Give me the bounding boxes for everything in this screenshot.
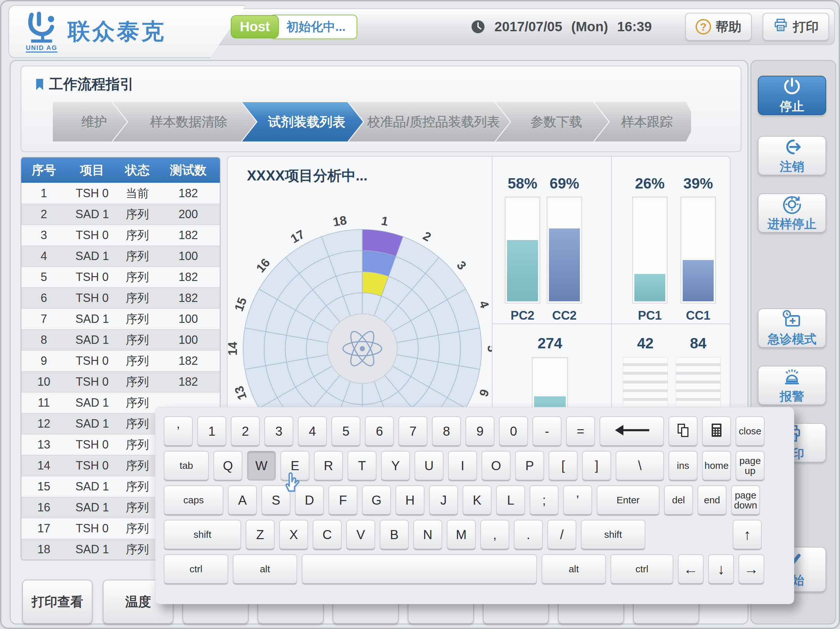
key-ctrl-left[interactable]: ctrl [164,554,228,584]
key-equals[interactable]: = [566,416,595,446]
key-arrow-left[interactable]: ← [678,554,704,584]
key-t[interactable]: T [347,451,376,481]
key-g[interactable]: G [362,485,391,515]
key-calculator[interactable] [702,416,731,446]
key-quote[interactable]: ’ [563,485,592,515]
key-del[interactable]: del [664,485,693,515]
key-ctrl-right[interactable]: ctrl [611,554,673,584]
alarm-button[interactable]: 报警 [758,366,826,405]
key-enter[interactable]: Enter [597,485,660,515]
key-bracket-right[interactable]: ] [582,451,611,481]
key-caps[interactable]: caps [164,485,223,515]
key-home[interactable]: home [702,451,731,481]
key-2[interactable]: 2 [231,416,260,446]
sampler-stop-button[interactable]: 进样停止 [758,193,826,233]
key-l[interactable]: L [496,485,525,515]
key-o[interactable]: O [482,451,511,481]
bookmark-icon [35,79,44,90]
table-row[interactable]: 5TSH 0序列182 [21,266,220,287]
key-0[interactable]: 0 [499,416,528,446]
key-backtick[interactable]: ’ [164,416,193,446]
key-y[interactable]: Y [381,451,410,481]
tab-cal-qc-load-list[interactable]: 校准品/质控品装载列表 [349,102,510,142]
key-7[interactable]: 7 [398,416,428,446]
key-window-switch[interactable] [668,416,698,446]
key-shift-left[interactable]: shift [164,520,241,549]
key-9[interactable]: 9 [466,416,494,446]
table-row[interactable]: 4SAD 1序列100 [21,246,220,266]
key-8[interactable]: 8 [432,416,461,446]
key-k[interactable]: K [463,485,491,515]
key-j[interactable]: J [429,485,458,515]
key-comma[interactable]: , [480,520,509,549]
key-slash[interactable]: / [547,520,576,549]
tab-reagent-load-list[interactable]: 试剂装载列表 [242,102,363,142]
key-m[interactable]: M [447,520,476,549]
key-bracket-left[interactable]: [ [549,451,578,481]
key-v[interactable]: V [346,520,375,549]
table-row[interactable]: 3TSH 0序列182 [21,225,220,246]
key-close[interactable]: close [736,416,764,446]
key-i[interactable]: I [448,451,477,481]
workflow-title: 工作流程指引 [35,75,741,94]
table-row[interactable]: 1TSH 0当前182 [21,183,220,203]
key-minus[interactable]: - [532,416,562,446]
key-f[interactable]: F [328,485,357,515]
table-row[interactable]: 8SAD 1序列100 [21,329,220,350]
key-backspace[interactable] [600,416,664,446]
key-period[interactable]: . [514,520,543,549]
tab-maintenance[interactable]: 维护 [53,102,127,142]
key-n[interactable]: N [413,520,442,549]
key-arrow-right[interactable]: → [739,554,764,584]
key-3[interactable]: 3 [264,416,293,446]
key-x[interactable]: X [279,520,308,549]
key-q[interactable]: Q [213,451,242,481]
host-badge: Host [231,15,279,38]
key-alt-left[interactable]: alt [233,554,297,584]
key-c[interactable]: C [313,520,342,549]
key-page-down[interactable]: page down [731,485,760,515]
key-b[interactable]: B [380,520,409,549]
key-4[interactable]: 4 [298,416,327,446]
help-button[interactable]: ? 帮助 [685,13,752,41]
key-tab[interactable]: tab [164,451,209,481]
key-backslash[interactable]: \ [616,451,664,481]
key-space[interactable] [302,554,537,584]
key-5[interactable]: 5 [332,416,360,446]
stop-button[interactable]: 停止 [758,76,826,115]
table-row[interactable]: 9TSH 0序列182 [21,350,220,371]
key-shift-right[interactable]: shift [581,520,645,549]
key-semicolon[interactable]: ; [530,485,559,515]
print-view-button[interactable]: 打印查看 [22,580,93,624]
key-1[interactable]: 1 [197,416,226,446]
cell-tests: 100 [157,312,220,326]
key-r[interactable]: R [314,451,343,481]
cell-item: TSH 0 [66,229,118,242]
key-arrow-up[interactable]: ↑ [733,520,762,549]
key-p[interactable]: P [515,451,544,481]
panel-divider [493,323,730,324]
key-a[interactable]: A [228,485,257,515]
table-row[interactable]: 10TSH 0序列182 [21,371,220,392]
key-u[interactable]: U [415,451,444,481]
workflow-tabs: 维护样本数据清除试剂装载列表校准品/质控品装载列表参数下载样本跟踪 [53,102,741,142]
key-z[interactable]: Z [246,520,275,549]
key-alt-right[interactable]: alt [542,554,606,584]
key-6[interactable]: 6 [365,416,394,446]
key-ins[interactable]: ins [668,451,698,481]
table-row[interactable]: 2SAD 1序列200 [21,203,220,225]
table-row[interactable]: 6TSH 0序列182 [21,287,220,308]
emergency-mode-button[interactable]: 急诊模式 [758,308,826,348]
tab-param-download[interactable]: 参数下载 [496,102,609,142]
logout-button[interactable]: 注销 [758,136,826,175]
key-arrow-down[interactable]: ↓ [708,554,734,584]
table-row[interactable]: 7SAD 1序列100 [21,308,220,329]
key-end[interactable]: end [698,485,726,515]
tab-sample-data-clear[interactable]: 样本数据清除 [113,102,256,142]
key-w[interactable]: W [247,451,276,481]
cell-no: 15 [21,480,66,493]
key-h[interactable]: H [395,485,425,515]
top-print-button[interactable]: 打印 [763,13,829,41]
key-page-up[interactable]: page up [736,451,764,481]
tab-sample-tracking[interactable]: 样本跟踪 [594,102,691,142]
